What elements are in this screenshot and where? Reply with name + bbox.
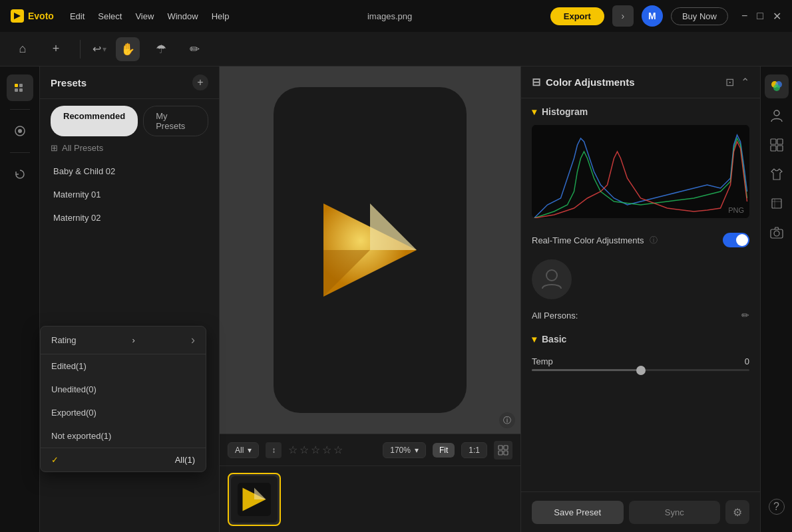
app-logo: Evoto — [11, 9, 54, 23]
canvas-area: ⓘ All ▾ ↕ ☆ ☆ ☆ ☆ ☆ 170% ▾ Fit 1:1 — [220, 66, 520, 532]
minimize-button[interactable]: − — [741, 10, 747, 23]
user-avatar[interactable]: M — [642, 5, 663, 27]
settings-gear-button[interactable]: ⚙ — [725, 500, 749, 524]
ratio-button[interactable]: 1:1 — [461, 442, 487, 458]
canvas-content[interactable]: ⓘ — [220, 66, 520, 434]
filter-icon: ⊞ — [51, 143, 58, 153]
right-rail-shirt-icon[interactable] — [765, 162, 789, 186]
star-4[interactable]: ☆ — [322, 444, 331, 456]
menu-view[interactable]: View — [135, 11, 154, 21]
svg-point-21 — [773, 84, 780, 91]
svg-rect-2 — [19, 84, 23, 87]
star-2[interactable]: ☆ — [299, 444, 309, 456]
dropdown-edited[interactable]: Edited(1) — [41, 354, 206, 378]
dropdown-not-exported-label: Not exported(1) — [51, 431, 111, 441]
navigate-next-button[interactable]: › — [612, 5, 634, 27]
bottom-bar: All ▾ ↕ ☆ ☆ ☆ ☆ ☆ 170% ▾ Fit 1:1 — [220, 434, 520, 466]
temp-slider-thumb[interactable] — [636, 366, 646, 375]
thumbnail-strip — [220, 466, 520, 532]
right-icon-rail: ? — [760, 66, 792, 532]
export-button[interactable]: Export — [550, 7, 604, 25]
menu-edit[interactable]: Edit — [70, 11, 85, 21]
sort-button[interactable]: ↕ — [266, 442, 282, 458]
svg-rect-13 — [504, 451, 508, 455]
temp-label: Temp — [532, 356, 553, 366]
rail-presets-icon[interactable] — [7, 74, 33, 101]
persons-edit-icon[interactable]: ✏ — [741, 310, 749, 321]
right-rail-crop-icon[interactable] — [765, 192, 789, 215]
temp-slider-track[interactable] — [532, 369, 749, 371]
right-rail-camera-icon[interactable] — [765, 221, 789, 245]
rail-history-icon[interactable] — [7, 161, 33, 188]
clone-tool-button[interactable]: ✏ — [182, 37, 206, 61]
add-button[interactable]: + — [44, 37, 68, 61]
star-3[interactable]: ☆ — [311, 444, 320, 456]
dropdown-rating[interactable]: Rating › — [41, 327, 206, 354]
star-5[interactable]: ☆ — [333, 444, 343, 456]
right-panel: ⊟ Color Adjustments ⊡ ⌃ ▾ Histogram — [520, 66, 760, 532]
chevron-down-icon: ▾ — [248, 446, 252, 455]
main-layout: Presets + Recommended My Presets ⊞ All P… — [0, 66, 792, 532]
presets-header: Presets + — [40, 66, 219, 99]
histogram-section-header[interactable]: ▾ Histogram — [521, 98, 760, 125]
panel-content: ▾ Histogram PNG — [521, 98, 760, 491]
buy-now-button[interactable]: Buy Now — [671, 7, 728, 25]
right-rail-grid-icon[interactable] — [765, 133, 789, 157]
menu-window[interactable]: Window — [167, 11, 198, 21]
grid-view-button[interactable] — [494, 441, 512, 460]
fit-button[interactable]: Fit — [433, 443, 455, 458]
maximize-button[interactable]: □ — [757, 10, 763, 23]
thumbnail-item[interactable] — [228, 473, 281, 526]
menu-help[interactable]: Help — [212, 11, 230, 21]
svg-rect-10 — [498, 446, 502, 450]
list-item[interactable]: Maternity 02 — [40, 206, 219, 229]
real-time-label: Real-Time Color Adjustments ⓘ — [532, 235, 658, 246]
chevron-up-icon[interactable]: ⌃ — [741, 76, 749, 88]
svg-point-22 — [774, 110, 779, 116]
dropdown-not-exported[interactable]: Not exported(1) — [41, 424, 206, 448]
close-button[interactable]: ✕ — [773, 10, 781, 23]
zoom-dropdown[interactable]: 170% ▾ — [383, 442, 426, 458]
temp-slider-container[interactable] — [521, 369, 760, 379]
right-rail-person-icon[interactable] — [765, 104, 789, 128]
star-1[interactable]: ☆ — [288, 444, 297, 456]
basic-section-header[interactable]: ▾ Basic — [521, 326, 760, 352]
real-time-info-icon[interactable]: ⓘ — [650, 235, 658, 246]
rail-filters-icon[interactable] — [7, 118, 33, 144]
heal-tool-button[interactable]: ☂ — [149, 37, 173, 61]
right-rail-help-icon[interactable]: ? — [765, 495, 789, 519]
right-rail-color-icon[interactable] — [765, 74, 789, 98]
tab-my-presets[interactable]: My Presets — [143, 106, 208, 136]
split-view-icon[interactable]: ⊡ — [725, 76, 734, 88]
tab-recommended[interactable]: Recommended — [51, 106, 138, 136]
hand-tool-button[interactable]: ✋ — [116, 37, 140, 61]
color-adjustments-header: ⊟ Color Adjustments ⊡ ⌃ — [521, 66, 760, 98]
filter-select-dropdown[interactable]: All ▾ — [228, 442, 259, 458]
sync-button[interactable]: Sync — [629, 501, 721, 524]
list-item[interactable]: Maternity 01 — [40, 183, 219, 206]
undo-button[interactable]: ↩ — [93, 43, 101, 55]
home-button[interactable]: ⌂ — [11, 37, 35, 61]
panel-header-actions: ⊡ ⌃ — [725, 76, 749, 88]
presets-filter[interactable]: ⊞ All Presets — [40, 136, 219, 160]
rail-divider-2 — [10, 152, 30, 153]
panel-title: ⊟ Color Adjustments — [532, 76, 635, 88]
svg-rect-4 — [19, 88, 23, 92]
save-preset-button[interactable]: Save Preset — [532, 501, 624, 524]
presets-add-button[interactable]: + — [192, 74, 208, 90]
dropdown-exported[interactable]: Exported(0) — [41, 401, 206, 424]
help-icon: ? — [769, 499, 785, 515]
presets-tabs: Recommended My Presets — [40, 99, 219, 136]
zoom-label: 170% — [390, 446, 411, 455]
menu-select[interactable]: Select — [98, 11, 122, 21]
dropdown-all[interactable]: ✓ All(1) — [41, 448, 206, 471]
dropdown-unedited[interactable]: Unedited(0) — [41, 378, 206, 401]
undo-dropdown-button[interactable]: ▾ — [102, 45, 106, 54]
canvas-info-button[interactable]: ⓘ — [499, 412, 515, 428]
list-item[interactable]: Baby & Child 02 — [40, 160, 219, 183]
real-time-toggle[interactable] — [723, 233, 749, 247]
svg-point-29 — [774, 231, 779, 236]
histogram-format-label: PNG — [728, 206, 744, 214]
star-rating-filter[interactable]: ☆ ☆ ☆ ☆ ☆ — [288, 444, 343, 456]
dropdown-unedited-label: Unedited(0) — [51, 384, 97, 394]
